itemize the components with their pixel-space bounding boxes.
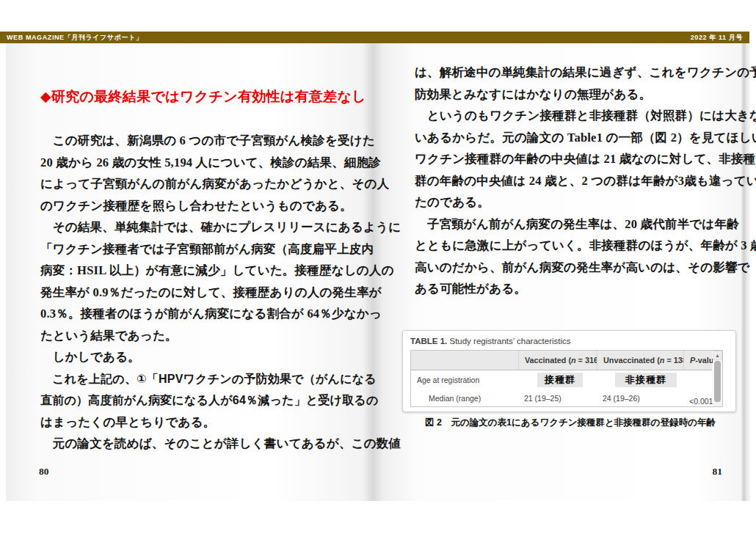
table-col-vaccinated: Vaccinated (n = 3167): [518, 351, 597, 370]
magazine-title: WEB MAGAZINE「月刊ライフサポート」: [7, 33, 143, 43]
table-scrollbar: ▲: [713, 351, 722, 406]
table-cell-vaccinated-median: 21 (19–25): [518, 389, 597, 407]
table-title: TABLE 1. Study registrants’ characterist…: [410, 337, 728, 345]
body-text-line: によって子宮頸がんの前がん病変があったかどうかと、その人: [40, 173, 343, 195]
body-text-line: しかしである。: [40, 346, 343, 368]
table-col-pvalue: P-value: [683, 351, 712, 370]
body-text-line: 「ワクチン接種者では子宮頸部前がん病変（高度扁平上皮内: [40, 238, 343, 260]
body-text-line: 0.3％。接種者のほうが前がん病変になる割合が 64％少なかっ: [40, 303, 343, 325]
magazine-spread: WEB MAGAZINE「月刊ライフサポート」 2022 年 11 月号 ◆研究…: [0, 0, 756, 534]
annotation-chip-unvaccinated-group: 非接種群: [615, 373, 677, 387]
figure-caption: 図 2 元の論文の表1にあるワクチン接種群と非接種群の登録時の年齢: [415, 417, 726, 429]
body-text-line: 20 歳から 26 歳の女性 5,194 人について、検診の結果、細胞診: [40, 152, 343, 174]
page-number-right: 81: [690, 466, 722, 478]
page-number-left: 80: [39, 466, 49, 478]
body-text-line-emphasis: これを上記の、①「HPVワクチンの予防効果で（がんになる: [40, 368, 343, 390]
body-text-line: 発生率が 0.9％だったのに対して、接種歴ありの人の発生率が: [40, 282, 343, 304]
body-text-line: 元の論文を読めば、そのことが詳しく書いてあるが、この数値: [40, 433, 343, 455]
body-text-line-emphasis: 直前の）高度前がん病変になる人が64％減った」と受け取るの: [40, 389, 343, 412]
right-page-body: は、解析途中の単純集計の結果に過ぎず、これをワクチンの予 防効果とみなすにはかな…: [415, 62, 726, 300]
body-text-line: 病変：HSIL 以上）が有意に減少」していた。接種歴なしの人の: [40, 260, 343, 282]
issue-date: 2022 年 11 月号: [691, 33, 743, 43]
body-text-line: ある可能性がある。: [415, 278, 726, 300]
body-text-line: ワクチン接種群の年齢の中央値は 21 歳なのに対して、非接種: [415, 148, 726, 170]
table-col-empty: [411, 351, 518, 370]
table-row-group-label: Age at registration: [411, 370, 518, 389]
left-page-body: この研究は、新潟県の 6 つの市で子宮頸がん検診を受けた 20 歳から 26 歳…: [40, 130, 343, 455]
table-cell-blank: [683, 370, 712, 389]
body-text-line: 群の年齢の中央値は 24 歳と、2 つの群は年齢が3歳も違ってい: [415, 170, 726, 192]
body-text-line: というのもワクチン接種群と非接種群（対照群）には大きな違: [415, 105, 726, 127]
body-text-line: その結果、単純集計では、確かにプレスリリースにあるように: [40, 216, 343, 238]
body-text-line: はまったくの早とちりである。: [40, 412, 343, 434]
body-text-line: たという結果であった。: [40, 325, 343, 347]
body-text-line: この研究は、新潟県の 6 つの市で子宮頸がん検診を受けた: [40, 130, 343, 152]
scroll-up-icon: ▲: [713, 351, 722, 360]
body-text-line: 防効果とみなすにはかなりの無理がある。: [415, 84, 726, 106]
scrollbar-thumb: [714, 361, 721, 402]
body-text-line: とともに急激に上がっていく。非接種群のほうが、年齢が 3 歳も: [415, 235, 726, 257]
table-cell-pvalue: <0.001 a: [683, 389, 712, 407]
annotation-chip-vaccinated-group: 接種群: [537, 373, 583, 387]
table-col-unvaccinated: Unvaccinated (n = 1386): [597, 351, 683, 370]
magazine-header-bar: WEB MAGAZINE「月刊ライフサポート」 2022 年 11 月号: [0, 32, 749, 43]
table-row-metric-label: Median (range): [411, 389, 518, 407]
body-text-line: 高いのだから、前がん病変の発生率が高いのは、その影響で: [415, 257, 726, 279]
body-text-line: いあるからだ。元の論文の Table1 の一部（図 2）を見てほしい。: [415, 127, 726, 149]
table-label: TABLE 1.: [410, 337, 447, 345]
table-cell-unvaccinated-median: 24 (19–26): [597, 389, 683, 407]
section-heading: ◆研究の最終結果ではワクチン有効性は有意差なし: [40, 87, 343, 106]
figure-table-screenshot: TABLE 1. Study registrants’ characterist…: [402, 330, 736, 412]
body-text-line: は、解析途中の単純集計の結果に過ぎず、これをワクチンの予: [415, 62, 726, 84]
journal-table: Vaccinated (n = 3167) Unvaccinated (n = …: [410, 350, 723, 407]
table-title-text: Study registrants’ characteristics: [447, 337, 570, 345]
body-text-line: のワクチン接種歴を照らし合わせたというものである。: [40, 195, 343, 217]
body-text-line: 子宮頸がん前がん病変の発生率は、20 歳代前半では年齢: [415, 213, 726, 235]
body-text-line: たのである。: [415, 191, 726, 213]
